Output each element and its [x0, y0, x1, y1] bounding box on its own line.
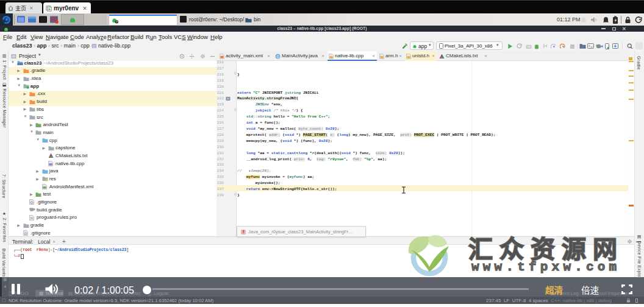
svg-text:C: C	[93, 45, 96, 48]
svg-text:C: C	[277, 54, 279, 58]
svg-text:?: ?	[116, 20, 118, 24]
